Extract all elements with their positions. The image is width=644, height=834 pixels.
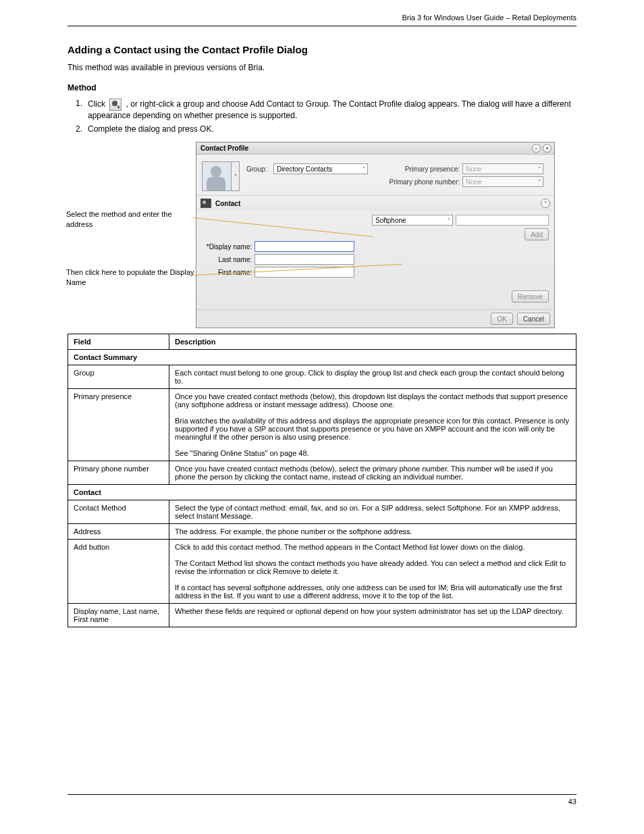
add-button[interactable]: Add: [525, 228, 549, 240]
page-number: 43: [568, 798, 576, 806]
method-heading: Method: [68, 82, 576, 93]
th-desc: Description: [169, 334, 576, 350]
step-2-text: Complete the dialog and press OK.: [88, 124, 576, 134]
row-names-desc: Whether these fields are required or opt…: [169, 604, 576, 627]
add-contact-icon: [109, 99, 122, 111]
th-field: Field: [68, 334, 169, 350]
section-title: Adding a Contact using the Contact Profi…: [68, 44, 576, 55]
avatar-dropdown[interactable]: ˅: [232, 161, 240, 191]
contact-profile-dialog: Contact Profile – × ˅ Group:: [196, 142, 555, 328]
avatar: [202, 161, 232, 191]
group-select[interactable]: Directory Contacts˅: [273, 163, 368, 174]
row-group-field: Group: [68, 365, 169, 389]
contact-section-title: Contact: [215, 200, 240, 207]
row-phone-field: Primary phone number: [68, 461, 169, 485]
last-name-input[interactable]: [254, 254, 354, 265]
row-address-field: Address: [68, 524, 169, 540]
primary-phone-label: Primary phone number:: [380, 178, 460, 186]
contact-section-icon: [200, 199, 211, 208]
dialog-title: Contact Profile: [200, 145, 248, 152]
collapse-icon[interactable]: ˄: [541, 199, 550, 208]
field-description-table: Field Description Contact Summary GroupE…: [68, 334, 576, 627]
step-2-number: 2.: [76, 124, 88, 134]
row-method-field: Contact Method: [68, 500, 169, 524]
cancel-button[interactable]: Cancel: [517, 313, 550, 325]
contact-method-select[interactable]: Softphone˅: [372, 215, 453, 226]
row-group-desc: Each contact must belong to one group. C…: [169, 365, 576, 389]
row-phone-desc: Once you have created contact methods (b…: [169, 461, 576, 485]
row-method-desc: Select the type of contact method: email…: [169, 500, 576, 524]
primary-presence-label: Primary presence:: [380, 165, 460, 173]
address-input[interactable]: [456, 215, 549, 226]
group-label: Group:: [246, 165, 271, 173]
step-1-text: Click , or right-click a group and choos…: [88, 99, 576, 120]
row-presence-field: Primary presence: [68, 389, 169, 461]
header-rule: [68, 26, 576, 26]
callout-method-address: Select the method and enter the address: [66, 209, 194, 229]
row-addbtn-desc: Click to add this contact method. The me…: [169, 540, 576, 604]
row-addbtn-field: Add button: [68, 540, 169, 604]
step-1-number: 1.: [76, 99, 88, 108]
section-contact: Contact: [68, 485, 576, 500]
last-name-label: Last name:: [202, 256, 254, 263]
ok-button[interactable]: OK: [491, 313, 512, 325]
footer-rule: [68, 794, 576, 795]
remove-button[interactable]: Remove: [512, 290, 549, 303]
page-header: Bria 3 for Windows User Guide – Retail D…: [402, 14, 576, 22]
row-address-desc: The address. For example, the phone numb…: [169, 524, 576, 540]
callout-display-name: Then click here to populate the Display …: [66, 267, 194, 287]
display-name-label: *Display name:: [202, 243, 254, 251]
row-presence-desc: Once you have created contact methods (b…: [169, 389, 576, 461]
display-name-input[interactable]: [254, 241, 354, 252]
intro-text: This method was available in previous ve…: [68, 62, 576, 73]
primary-phone-select[interactable]: None˅: [462, 176, 543, 187]
minimize-icon[interactable]: –: [532, 144, 541, 153]
primary-presence-select[interactable]: None˅: [462, 163, 543, 174]
section-contact-summary: Contact Summary: [68, 350, 576, 365]
close-icon[interactable]: ×: [543, 144, 552, 153]
row-names-field: Display name, Last name, First name: [68, 604, 169, 627]
